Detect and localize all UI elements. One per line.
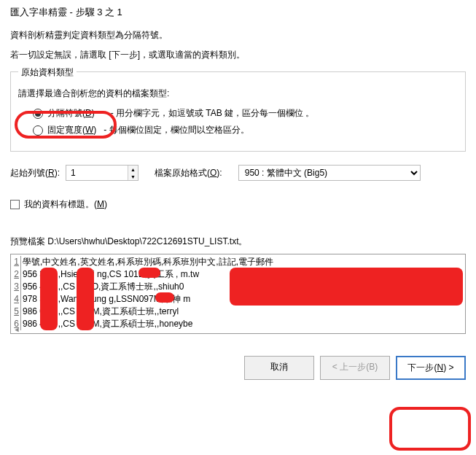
group-title: 原始資料類型 bbox=[18, 66, 77, 79]
radio-delimited[interactable] bbox=[33, 109, 43, 119]
redaction bbox=[138, 268, 160, 278]
cancel-button[interactable]: 取消 bbox=[244, 356, 314, 380]
redaction bbox=[77, 268, 94, 330]
radio-delimited-row[interactable]: 分隔符號(D) - 用分欄字元，如逗號或 TAB 鍵，區分每一個欄位 。 bbox=[33, 107, 458, 120]
line-number: 5 bbox=[11, 306, 21, 318]
dialog-title: 匯入字串精靈 - 步驟 3 之 1 bbox=[10, 6, 466, 19]
start-row-label: 起始列號(R): bbox=[10, 167, 60, 179]
redaction bbox=[155, 292, 174, 303]
start-row-spinner[interactable]: ▲ ▼ bbox=[66, 165, 138, 181]
redaction bbox=[40, 268, 58, 330]
preview-line: 學號,中文姓名,英文姓名,科系班別碼,科系班別中文,註記,電子郵件 bbox=[21, 256, 273, 268]
headers-label: 我的資料有標題。(M) bbox=[24, 198, 107, 211]
back-button: < 上一步(B) bbox=[320, 356, 390, 380]
radio-fixed[interactable] bbox=[33, 125, 43, 136]
radio-delimited-label: 分隔符號(D) bbox=[47, 107, 95, 120]
line-number: 2 bbox=[11, 268, 21, 281]
next-button[interactable]: 下一步(N) > bbox=[396, 356, 466, 380]
line-number: 4 bbox=[11, 293, 21, 306]
description: 資料剖析精靈判定資料類型為分隔符號。 bbox=[10, 29, 466, 42]
instruction: 若一切設定無誤，請選取 [下一步]，或選取適當的資料類別。 bbox=[10, 49, 466, 61]
preview-box: 1學號,中文姓名,英文姓名,科系班別碼,科系班別中文,註記,電子郵件 2956 … bbox=[10, 254, 466, 334]
radio-fixed-desc: - 每個欄位固定，欄位間以空格區分。 bbox=[104, 124, 249, 136]
spinner-up-icon[interactable]: ▲ bbox=[128, 166, 138, 173]
radio-fixed-label: 固定寬度(W) bbox=[47, 124, 96, 136]
original-data-type-group: 原始資料類型 請選擇最適合剖析您的資料的檔案類型: 分隔符號(D) - 用分欄字… bbox=[10, 71, 466, 152]
preview-label: 預覽檔案 D:\Users\hwhu\Desktop\722C12691STU_… bbox=[10, 236, 466, 248]
spinner-down-icon[interactable]: ▼ bbox=[128, 173, 138, 180]
scroll-left-icon[interactable]: ◄ bbox=[11, 326, 23, 333]
encoding-select[interactable]: 950 : 繁體中文 (Big5) bbox=[238, 165, 421, 181]
headers-checkbox[interactable] bbox=[10, 200, 20, 209]
encoding-label: 檔案原始格式(O): bbox=[155, 167, 222, 179]
line-number: 3 bbox=[11, 281, 21, 293]
line-number: 1 bbox=[11, 256, 21, 268]
radio-fixed-row[interactable]: 固定寬度(W) - 每個欄位固定，欄位間以空格區分。 bbox=[33, 124, 458, 136]
radio-delimited-desc: - 用分欄字元，如逗號或 TAB 鍵，區分每一個欄位 。 bbox=[111, 107, 315, 120]
choose-type-label: 請選擇最適合剖析您的資料的檔案類型: bbox=[18, 88, 458, 100]
redaction bbox=[230, 268, 463, 306]
